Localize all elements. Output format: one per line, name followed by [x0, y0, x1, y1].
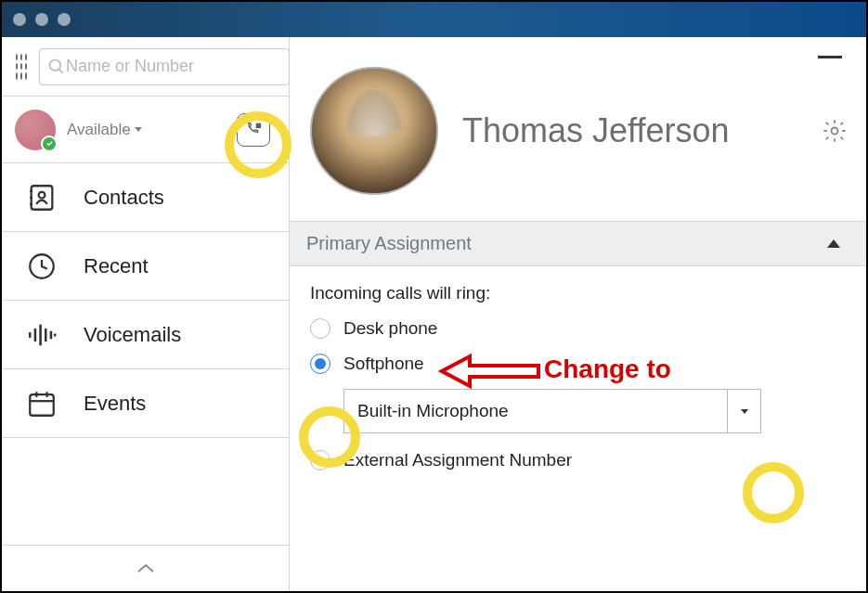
- contact-header: Thomas Jefferson: [290, 37, 866, 221]
- caret-down-icon: [135, 127, 142, 132]
- presence-row: Available: [2, 97, 289, 163]
- window-controls: [13, 13, 71, 26]
- radio-external-assignment[interactable]: External Assignment Number: [310, 450, 846, 471]
- nav-contacts[interactable]: Contacts: [2, 163, 289, 232]
- presence-dropdown[interactable]: Available: [67, 121, 142, 139]
- voicemail-waveform-icon: [26, 319, 58, 351]
- minimize-window-button[interactable]: [35, 13, 48, 26]
- svg-rect-18: [30, 394, 54, 416]
- microphone-dropdown-button[interactable]: [727, 390, 760, 432]
- search-icon: [47, 58, 66, 76]
- contacts-icon: [26, 182, 58, 213]
- nav-events-label: Events: [84, 392, 146, 416]
- content-area: Available Contacts Recent: [2, 37, 866, 591]
- microphone-dropdown[interactable]: Built-in Microphone: [343, 389, 761, 433]
- sidebar: Available Contacts Recent: [2, 37, 290, 591]
- dialpad-button[interactable]: [237, 113, 270, 147]
- calendar-icon: [26, 388, 58, 419]
- radio-desk-phone-label: Desk phone: [343, 318, 437, 339]
- svg-point-2: [256, 123, 258, 125]
- settings-gear-icon[interactable]: [822, 118, 848, 144]
- section-primary-assignment-header[interactable]: Primary Assignment: [290, 221, 866, 266]
- nav-voicemails[interactable]: Voicemails: [2, 301, 289, 369]
- radio-softphone[interactable]: Softphone: [310, 354, 846, 374]
- sidebar-collapse-button[interactable]: [2, 545, 289, 591]
- radio-icon-selected: [310, 354, 330, 374]
- maximize-window-button[interactable]: [58, 13, 71, 26]
- clock-icon: [26, 251, 58, 282]
- svg-point-28: [832, 128, 838, 135]
- microphone-dropdown-value: Built-in Microphone: [344, 390, 727, 432]
- svg-point-0: [50, 59, 61, 71]
- radio-icon: [310, 450, 330, 471]
- search-box[interactable]: [39, 48, 290, 85]
- caret-down-icon: [741, 409, 748, 414]
- svg-point-7: [39, 191, 45, 198]
- radio-external-label: External Assignment Number: [343, 450, 572, 471]
- nav-voicemails-label: Voicemails: [84, 323, 181, 347]
- presence-label: Available: [67, 121, 131, 139]
- compact-view-button[interactable]: [818, 56, 842, 58]
- svg-point-5: [259, 126, 261, 128]
- nav-contacts-label: Contacts: [84, 186, 164, 210]
- sidebar-top: [2, 37, 289, 97]
- search-input[interactable]: [66, 57, 281, 76]
- radio-desk-phone[interactable]: Desk phone: [310, 318, 846, 339]
- main-panel: Thomas Jefferson Primary Assignment Inco…: [290, 37, 866, 591]
- apps-grid-icon[interactable]: [13, 51, 30, 83]
- contact-name: Thomas Jefferson: [462, 111, 797, 150]
- incoming-calls-label: Incoming calls will ring:: [310, 283, 846, 303]
- contact-avatar: [310, 67, 438, 195]
- radio-icon: [310, 318, 330, 339]
- presence-badge-available: [41, 135, 58, 152]
- self-avatar[interactable]: [15, 110, 56, 150]
- svg-line-1: [59, 69, 63, 72]
- close-window-button[interactable]: [13, 13, 26, 26]
- svg-point-4: [256, 126, 258, 128]
- collapse-triangle-icon: [827, 239, 840, 248]
- radio-softphone-label: Softphone: [343, 354, 424, 374]
- section-title: Primary Assignment: [306, 233, 472, 254]
- app-window: Available Contacts Recent: [0, 0, 868, 593]
- chevron-up-icon: [135, 562, 157, 575]
- nav-recent[interactable]: Recent: [2, 232, 289, 301]
- title-bar[interactable]: [2, 2, 866, 37]
- nav-recent-label: Recent: [84, 254, 149, 278]
- check-icon: [45, 139, 54, 148]
- section-body: Incoming calls will ring: Desk phone Sof…: [290, 266, 866, 495]
- svg-point-3: [259, 123, 261, 125]
- nav-events[interactable]: Events: [2, 369, 289, 438]
- phone-dialpad-icon: [244, 121, 263, 139]
